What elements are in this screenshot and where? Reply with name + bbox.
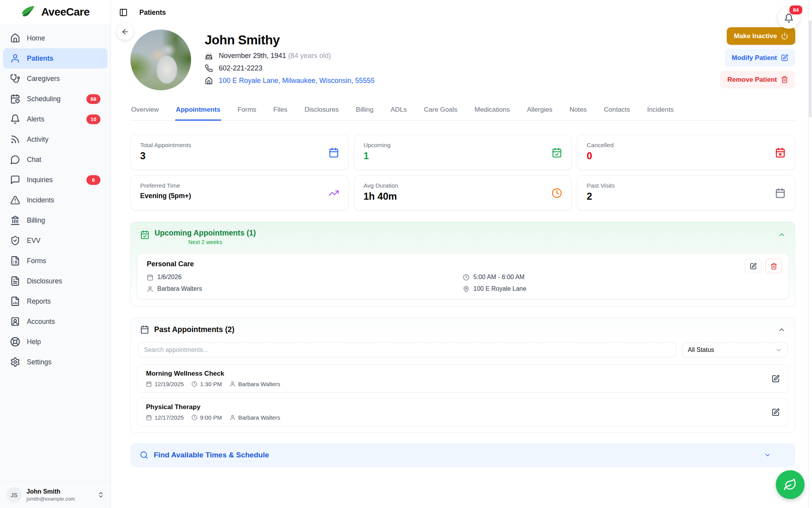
collapse-upcoming-button[interactable]: [778, 231, 786, 239]
form-file-icon: [10, 256, 20, 266]
sidebar-item-label: Inquiries: [27, 176, 53, 184]
stat-avg-duration: Avg Duration 1h 40m: [354, 175, 572, 211]
stethoscope-icon: [10, 74, 20, 84]
calendar-icon: [329, 147, 339, 158]
collapse-past-button[interactable]: [778, 326, 786, 334]
clock-icon: [463, 274, 469, 281]
tab-notes[interactable]: Notes: [569, 102, 587, 121]
scrollbar-thumb[interactable]: [809, 20, 812, 118]
tab-care-goals[interactable]: Care Goals: [423, 102, 458, 121]
trash-icon: [770, 263, 777, 270]
sidebar-item-label: Accounts: [27, 318, 55, 326]
stat-value: 1h 40m: [364, 191, 562, 202]
search-appointments-input[interactable]: [138, 343, 677, 357]
file-chart-icon: [10, 296, 20, 306]
sidebar-item-scheduling[interactable]: Scheduling 68: [3, 89, 107, 109]
past-time: 9:00 PM: [192, 414, 222, 421]
tab-contacts[interactable]: Contacts: [603, 102, 631, 121]
appointment-time: 5:00 AM - 6:00 AM: [473, 274, 525, 281]
tab-incidents[interactable]: Incidents: [646, 102, 674, 121]
shield-check-icon: [10, 236, 20, 246]
edit-past-appointment-button[interactable]: [772, 408, 780, 416]
sidebar-item-disclosures[interactable]: Disclosures: [3, 271, 107, 291]
tab-billing[interactable]: Billing: [355, 102, 374, 121]
past-title: Past Appointments (2): [154, 325, 234, 334]
sidebar-item-label: Help: [27, 338, 41, 346]
sidebar-item-home[interactable]: Home: [3, 28, 107, 48]
sidebar-item-settings[interactable]: Settings: [3, 352, 107, 372]
tab-allergies[interactable]: Allergies: [526, 102, 553, 121]
stat-label: Avg Duration: [364, 182, 562, 189]
tab-overview[interactable]: Overview: [130, 102, 160, 121]
assistant-fab-button[interactable]: [776, 470, 805, 499]
user-email: jsmith@example.com: [26, 496, 75, 502]
sidebar-item-patients[interactable]: Patients: [3, 48, 107, 69]
upcoming-appointment-card[interactable]: Personal Care 1/6/2026 5:00 AM - 6:00 AM…: [137, 253, 789, 299]
tab-forms[interactable]: Forms: [237, 102, 257, 121]
make-inactive-button[interactable]: Make Inactive: [727, 27, 795, 45]
chevrons-up-down-icon[interactable]: [97, 491, 104, 498]
past-header: Past Appointments (2): [137, 325, 789, 334]
appointment-title: Personal Care: [147, 260, 779, 268]
edit-past-appointment-button[interactable]: [772, 374, 780, 383]
notifications-button[interactable]: 84: [778, 7, 800, 29]
sidebar-item-billing[interactable]: Billing: [3, 210, 107, 230]
alerts-badge: 10: [86, 114, 100, 124]
notification-count-badge: 84: [789, 5, 802, 14]
edit-icon: [750, 263, 757, 270]
tab-adls[interactable]: ADLs: [390, 102, 408, 121]
find-available-times-bar[interactable]: Find Available Times & Schedule: [130, 443, 795, 467]
tab-appointments[interactable]: Appointments: [175, 102, 221, 121]
tab-files[interactable]: Files: [272, 102, 288, 121]
past-appointments-section: Past Appointments (2) All Status Morning…: [130, 318, 795, 433]
sidebar-item-forms[interactable]: Forms: [3, 251, 107, 271]
calendar-icon: [775, 188, 786, 198]
tab-disclosures[interactable]: Disclosures: [304, 102, 339, 121]
patient-dob-row: November 29th, 1941 (84 years old): [205, 52, 374, 60]
appointment-date-row: 1/6/2026: [147, 274, 463, 281]
sidebar-item-evv[interactable]: EVV: [3, 230, 107, 251]
patient-phone: 602-221-2223: [219, 64, 262, 72]
sidebar-item-chat[interactable]: Chat: [3, 149, 107, 170]
tab-medications[interactable]: Medications: [474, 102, 511, 121]
edit-appointment-button[interactable]: [745, 259, 761, 273]
sidebar-item-caregivers[interactable]: Caregivers: [3, 69, 107, 89]
message-circle-icon: [10, 155, 20, 165]
sidebar-item-alerts[interactable]: Alerts 10: [3, 109, 107, 129]
remove-patient-button[interactable]: Remove Patient: [720, 71, 795, 88]
past-appointment-row[interactable]: Physical Therapy 12/17/2025 9:00 PM Barb…: [137, 398, 789, 426]
sidebar-item-incidents[interactable]: Incidents: [3, 190, 107, 210]
back-button[interactable]: [117, 23, 134, 40]
avatar: JS: [6, 487, 22, 503]
sidebar-item-label: Patients: [27, 54, 53, 63]
user-menu[interactable]: JS John Smith jsmith@example.com: [0, 481, 111, 508]
sidebar-toggle-icon[interactable]: [119, 8, 128, 17]
sidebar-item-inquiries[interactable]: Inquiries 6: [3, 170, 107, 190]
sidebar-item-reports[interactable]: Reports: [3, 291, 107, 311]
stat-total-appointments: Total Appointments 3: [130, 135, 349, 170]
main-content: Patients 84 John Smithy November 29th, 1…: [111, 0, 808, 508]
status-filter-value: All Status: [688, 346, 714, 353]
sidebar-item-label: Incidents: [27, 196, 54, 204]
sidebar-item-activity[interactable]: Activity: [3, 129, 107, 149]
bell-icon: [10, 114, 20, 124]
edit-icon: [772, 374, 780, 383]
sidebar-item-label: Disclosures: [27, 277, 62, 285]
stat-upcoming: Upcoming 1: [354, 135, 572, 170]
sidebar-item-accounts[interactable]: Accounts: [3, 311, 107, 332]
upcoming-title: Upcoming Appointments (1): [155, 229, 256, 237]
patient-address-link[interactable]: 100 E Royale Lane, Milwaukee, Wisconsin,…: [219, 77, 374, 85]
stat-cancelled: Cancelled 0: [577, 135, 795, 170]
modify-patient-button[interactable]: Modify Patient: [725, 49, 795, 67]
chevron-down-icon: [775, 347, 782, 353]
sidebar-item-label: EVV: [27, 237, 40, 245]
sidebar-item-help[interactable]: Help: [3, 332, 107, 352]
remove-patient-label: Remove Patient: [727, 76, 777, 84]
scrollbar[interactable]: [808, 0, 812, 508]
stat-label: Upcoming: [364, 142, 562, 149]
appointment-caregiver: Barbara Walters: [157, 285, 202, 292]
patient-header: John Smithy November 29th, 1941 (84 year…: [130, 21, 795, 90]
delete-appointment-button[interactable]: [765, 259, 782, 273]
past-appointment-row[interactable]: Morning Wellness Check 12/19/2025 1:30 P…: [137, 364, 789, 393]
status-filter-select[interactable]: All Status: [682, 343, 788, 357]
